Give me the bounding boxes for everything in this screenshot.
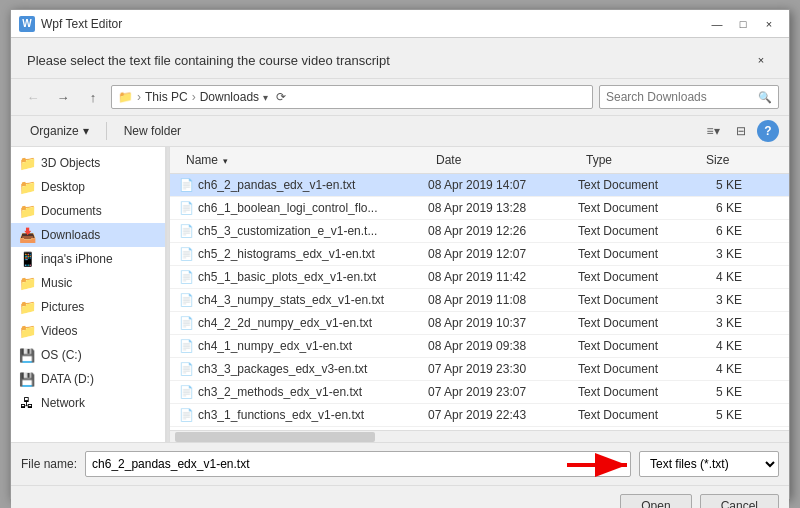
file-size-cell: 3 KE <box>690 291 750 309</box>
file-date-cell: 08 Apr 2019 11:08 <box>420 291 570 309</box>
file-date-cell: 08 Apr 2019 11:42 <box>420 268 570 286</box>
forward-button[interactable]: → <box>51 86 75 108</box>
filename-bar: File name: Text files (*.txt) <box>11 442 789 485</box>
dialog-header: Please select the text file containing t… <box>11 38 789 79</box>
filename-label: File name: <box>21 457 77 471</box>
column-header-size[interactable]: Size <box>698 151 758 169</box>
maximize-button[interactable]: □ <box>731 14 755 34</box>
column-header-date[interactable]: Date <box>428 151 578 169</box>
help-button[interactable]: ? <box>757 120 779 142</box>
table-row[interactable]: 📄 ch4_1_numpy_edx_v1-en.txt 08 Apr 2019 … <box>170 335 789 358</box>
file-type-cell: Text Document <box>570 176 690 194</box>
file-type-icon: 📄 <box>178 177 194 193</box>
file-type-icon: 📄 <box>178 338 194 354</box>
file-size-cell: 4 KE <box>690 337 750 355</box>
table-row[interactable]: 📄 ch5_1_basic_plots_edx_v1-en.txt 08 Apr… <box>170 266 789 289</box>
search-box[interactable]: 🔍 <box>599 85 779 109</box>
up-button[interactable]: ↑ <box>81 86 105 108</box>
table-row[interactable]: 📄 ch3_2_methods_edx_v1-en.txt 07 Apr 201… <box>170 381 789 404</box>
table-row[interactable]: 📄 ch6_2_pandas_edx_v1-en.txt 08 Apr 2019… <box>170 174 789 197</box>
file-date-cell: 08 Apr 2019 13:28 <box>420 199 570 217</box>
table-row[interactable]: 📄 ch6_1_boolean_logi_control_flo... 08 A… <box>170 197 789 220</box>
navigation-bar: ← → ↑ 📁 › This PC › Downloads ▾ ⟳ 🔍 <box>11 79 789 116</box>
table-row[interactable]: 📄 ch3_1_functions_edx_v1-en.txt 07 Apr 2… <box>170 404 789 427</box>
table-row[interactable]: 📄 ch3_3_packages_edx_v3-en.txt 07 Apr 20… <box>170 358 789 381</box>
sidebar-label: Desktop <box>41 180 85 194</box>
file-date-cell: 08 Apr 2019 14:07 <box>420 176 570 194</box>
file-type-cell: Text Document <box>570 337 690 355</box>
folder-download-icon: 📥 <box>19 227 35 243</box>
sidebar-item-network[interactable]: 🖧 Network <box>11 391 165 415</box>
sidebar-item-os-c[interactable]: 💾 OS (C:) <box>11 343 165 367</box>
filename-input[interactable] <box>85 451 631 477</box>
open-button[interactable]: Open <box>620 494 691 508</box>
sidebar-item-downloads[interactable]: 📥 Downloads <box>11 223 165 247</box>
sidebar-label: Pictures <box>41 300 84 314</box>
file-name-cell: ch3_2_methods_edx_v1-en.txt <box>198 385 420 399</box>
table-row[interactable]: 📄 ch5_2_histograms_edx_v1-en.txt 08 Apr … <box>170 243 789 266</box>
view-toggle-button[interactable]: ≡ ▾ <box>701 120 725 142</box>
cancel-button[interactable]: Cancel <box>700 494 779 508</box>
file-type-cell: Text Document <box>570 383 690 401</box>
sidebar-item-documents[interactable]: 📁 Documents <box>11 199 165 223</box>
file-type-cell: Text Document <box>570 291 690 309</box>
file-size-cell: 4 KE <box>690 268 750 286</box>
file-name-cell: ch5_3_customization_e_v1-en.t... <box>198 224 420 238</box>
close-dialog-button[interactable]: × <box>749 50 773 70</box>
table-row[interactable]: 📄 ch4_2_2d_numpy_edx_v1-en.txt 08 Apr 20… <box>170 312 789 335</box>
file-type-cell: Text Document <box>570 268 690 286</box>
breadcrumb-this-pc[interactable]: This PC <box>145 90 188 104</box>
sidebar-item-3d-objects[interactable]: 📁 3D Objects <box>11 151 165 175</box>
folder-icon: 📁 <box>19 299 35 315</box>
minimize-button[interactable]: — <box>705 14 729 34</box>
back-button[interactable]: ← <box>21 86 45 108</box>
file-size-cell: 5 KE <box>690 406 750 424</box>
sidebar-label: Network <box>41 396 85 410</box>
file-type-icon: 📄 <box>178 361 194 377</box>
filetype-select[interactable]: Text files (*.txt) <box>639 451 779 477</box>
red-arrow-indicator <box>562 445 642 485</box>
file-type-icon: 📄 <box>178 269 194 285</box>
app-icon: W <box>19 16 35 32</box>
file-date-cell: 08 Apr 2019 12:07 <box>420 245 570 263</box>
file-date-cell: 07 Apr 2019 23:07 <box>420 383 570 401</box>
file-date-cell: 07 Apr 2019 23:30 <box>420 360 570 378</box>
file-type-icon: 📄 <box>178 315 194 331</box>
file-name-cell: ch5_1_basic_plots_edx_v1-en.txt <box>198 270 420 284</box>
sidebar-label: Downloads <box>41 228 100 242</box>
table-row[interactable]: 📄 ch5_3_customization_e_v1-en.t... 08 Ap… <box>170 220 789 243</box>
breadcrumb-dropdown-icon[interactable]: ▾ <box>263 92 268 103</box>
file-name-cell: ch5_2_histograms_edx_v1-en.txt <box>198 247 420 261</box>
file-type-cell: Text Document <box>570 406 690 424</box>
close-window-button[interactable]: × <box>757 14 781 34</box>
sidebar-item-pictures[interactable]: 📁 Pictures <box>11 295 165 319</box>
sidebar-label: Videos <box>41 324 77 338</box>
sidebar-item-data-d[interactable]: 💾 DATA (D:) <box>11 367 165 391</box>
file-name-cell: ch4_2_2d_numpy_edx_v1-en.txt <box>198 316 420 330</box>
column-header-type[interactable]: Type <box>578 151 698 169</box>
file-type-icon: 📄 <box>178 246 194 262</box>
sidebar-item-iphone[interactable]: 📱 inqa's iPhone <box>11 247 165 271</box>
breadcrumb[interactable]: 📁 › This PC › Downloads ▾ ⟳ <box>111 85 593 109</box>
sidebar-label: Music <box>41 276 72 290</box>
organize-button[interactable]: Organize ▾ <box>21 121 98 141</box>
horizontal-scrollbar-thumb[interactable] <box>175 432 375 442</box>
window-controls: — □ × <box>705 14 781 34</box>
sidebar-item-music[interactable]: 📁 Music <box>11 271 165 295</box>
search-input[interactable] <box>606 90 758 104</box>
pane-toggle-button[interactable]: ⊟ <box>729 120 753 142</box>
sidebar-label: Documents <box>41 204 102 218</box>
sidebar-item-videos[interactable]: 📁 Videos <box>11 319 165 343</box>
horizontal-scrollbar[interactable] <box>170 430 789 442</box>
file-type-icon: 📄 <box>178 384 194 400</box>
file-name-cell: ch3_1_functions_edx_v1-en.txt <box>198 408 420 422</box>
column-header-name[interactable]: Name ▾ <box>178 151 428 169</box>
sidebar-item-desktop[interactable]: 📁 Desktop <box>11 175 165 199</box>
refresh-button[interactable]: ⟳ <box>276 90 286 104</box>
new-folder-button[interactable]: New folder <box>115 121 190 141</box>
file-type-cell: Text Document <box>570 199 690 217</box>
table-row[interactable]: 📄 ch4_3_numpy_stats_edx_v1-en.txt 08 Apr… <box>170 289 789 312</box>
file-list: Name ▾ Date Type Size 📄 ch6_2_pandas_edx… <box>170 147 789 430</box>
breadcrumb-downloads[interactable]: Downloads <box>200 90 259 104</box>
folder-icon: 📁 <box>19 203 35 219</box>
